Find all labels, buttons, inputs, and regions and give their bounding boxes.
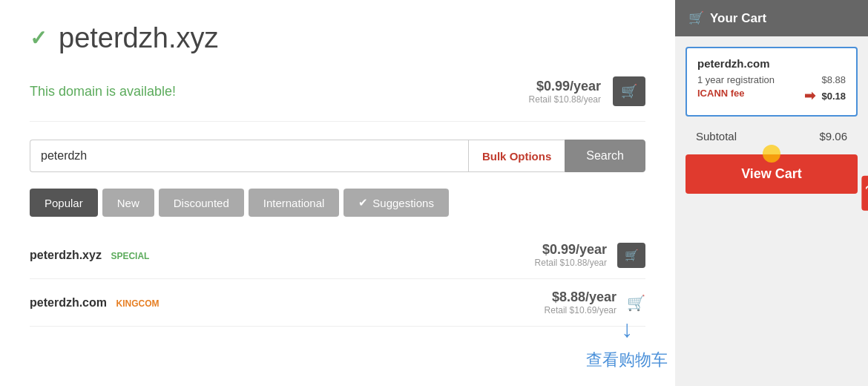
- tab-new[interactable]: New: [102, 189, 154, 217]
- domain-title: peterdzh.xyz: [59, 22, 218, 54]
- result-price-retail-2: Retail $10.69/year: [545, 305, 617, 315]
- available-text: This domain is available!: [30, 84, 176, 99]
- cart-header-icon: 🛒: [688, 10, 704, 26]
- price-block: $0.99/year Retail $10.88/year: [529, 79, 601, 105]
- tab-discounted[interactable]: Discounted: [159, 189, 244, 217]
- cart-icann-label: ICANN fee: [697, 88, 745, 104]
- suggestions-check-icon: ✔: [358, 196, 368, 209]
- subtotal-label: Subtotal: [696, 130, 737, 143]
- tab-popular[interactable]: Popular: [30, 189, 98, 217]
- add-to-cart-result-1[interactable]: 🛒: [617, 243, 645, 268]
- suggestions-label: Suggestions: [372, 197, 434, 209]
- result-price-2: $8.88/year Retail $10.69/year: [545, 290, 617, 315]
- check-icon: ✓: [30, 26, 47, 50]
- cart-icann-price: $0.18: [821, 91, 846, 102]
- available-row: This domain is available! $0.99/year Ret…: [30, 76, 645, 122]
- search-button[interactable]: Search: [565, 140, 645, 172]
- domain-result-right-1: $0.99/year Retail $10.88/year 🛒: [535, 242, 645, 268]
- domain-result-2: peterdzh.com KINGCOM $8.88/year Retail $…: [30, 279, 645, 327]
- icann-arrow-icon: ➡: [804, 88, 815, 104]
- domain-name-1: peterdzh.xyz: [30, 249, 102, 261]
- cart-registration-row: 1 year registration $8.88: [697, 74, 846, 85]
- domain-result-1: peterdzh.xyz SPECIAL $0.99/year Retail $…: [30, 232, 645, 279]
- view-cart-container: View Cart: [675, 150, 868, 204]
- add-to-cart-result-2[interactable]: 🛒: [627, 294, 645, 312]
- result-price-retail-1: Retail $10.88/year: [535, 258, 607, 268]
- cart-header-title: Your Cart: [710, 11, 766, 26]
- annotation-text: 查看购物车: [586, 349, 668, 371]
- cart-sidebar: 🛒 Your Cart peterdzh.com 1 year registra…: [675, 0, 868, 386]
- domain-badge-kingcom: KINGCOM: [116, 298, 159, 309]
- result-price-1: $0.99/year Retail $10.88/year: [535, 242, 607, 268]
- domain-title-row: ✓ peterdzh.xyz: [30, 22, 645, 54]
- cart-item-box: peterdzh.com 1 year registration $8.88 I…: [685, 47, 858, 117]
- domain-result-name-2: peterdzh.com KINGCOM: [30, 296, 159, 310]
- domain-result-right-2: $8.88/year Retail $10.69/year 🛒: [545, 290, 645, 315]
- domain-name-2: peterdzh.com: [30, 296, 107, 309]
- view-cart-button[interactable]: View Cart: [685, 154, 858, 194]
- cart-icann-row: ICANN fee ➡ $0.18: [697, 88, 846, 104]
- domain-badge-special: SPECIAL: [111, 251, 149, 261]
- domain-result-name-1: peterdzh.xyz SPECIAL: [30, 249, 149, 262]
- price-cart-group: $0.99/year Retail $10.88/year 🛒: [529, 76, 645, 106]
- cart-header: 🛒 Your Cart: [675, 0, 868, 36]
- bulk-options-button[interactable]: Bulk Options: [468, 140, 565, 172]
- qa-tab[interactable]: Q&A: [862, 176, 868, 211]
- result-price-main-1: $0.99/year: [535, 242, 607, 258]
- tab-international[interactable]: International: [249, 189, 340, 217]
- price-main: $0.99/year: [529, 79, 601, 94]
- main-content: ✓ peterdzh.xyz This domain is available!…: [0, 0, 675, 386]
- search-input[interactable]: [30, 140, 468, 172]
- price-retail: Retail $10.88/year: [529, 94, 601, 105]
- annotation-arrow-icon: ↑: [621, 318, 633, 346]
- add-to-cart-button[interactable]: 🛒: [613, 76, 645, 106]
- subtotal-row: Subtotal $9.06: [675, 122, 868, 150]
- cart-registration-label: 1 year registration: [697, 74, 775, 85]
- filter-tabs: Popular New Discounted International ✔ S…: [30, 189, 645, 217]
- cart-item-domain: peterdzh.com: [697, 57, 846, 70]
- search-row: Bulk Options Search: [30, 140, 645, 172]
- tab-suggestions[interactable]: ✔ Suggestions: [343, 189, 449, 217]
- subtotal-price: $9.06: [819, 130, 847, 143]
- result-price-main-2: $8.88/year: [545, 290, 617, 305]
- cart-registration-price: $8.88: [821, 74, 846, 85]
- annotation-area: ↑ 查看购物车: [586, 318, 668, 371]
